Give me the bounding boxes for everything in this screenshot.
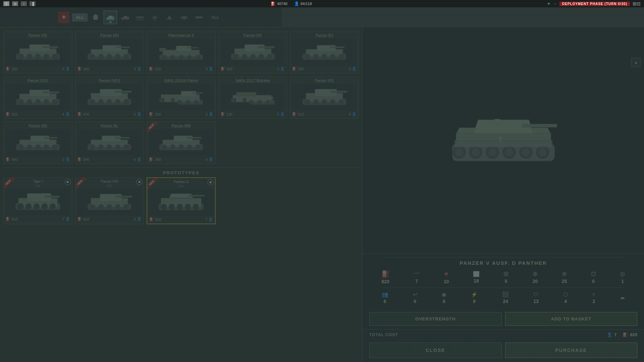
arrow-icon: → xyxy=(553,2,557,6)
resource-troops: 👤 64/118 xyxy=(294,1,312,6)
supply-value: 40740 xyxy=(277,2,287,6)
top-bar-right: ☀ → DEPLOYMENT PHASE (TURN 0/30) ⊞⊟ xyxy=(547,1,641,6)
sun-icon: ☀ xyxy=(547,2,550,6)
troops-value: 64/118 xyxy=(301,2,312,6)
deployment-status: DEPLOYMENT PHASE (TURN 0/30) xyxy=(559,2,630,6)
icon-grid[interactable]: ⊞ xyxy=(12,1,18,6)
supply-icon: ⛽ xyxy=(271,1,276,6)
top-bar-icons: $ ⊞ i ▐ xyxy=(3,1,36,6)
top-bar-resources: ⛽ 40740 👤 64/118 xyxy=(271,1,312,6)
icon-info[interactable]: i xyxy=(21,1,27,6)
background-map xyxy=(0,0,644,362)
remove-panther-btn[interactable]: ✕ xyxy=(208,179,214,185)
resource-supply: ⛽ 40740 xyxy=(271,1,287,6)
turn-icons: ⊞⊟ xyxy=(633,1,641,6)
icon-bar[interactable]: ▐ xyxy=(30,1,36,6)
remove-tiger-btn[interactable]: ✕ xyxy=(65,179,71,185)
troops-icon: 👤 xyxy=(294,1,299,6)
top-bar: $ ⊞ i ▐ ⛽ 40740 👤 64/118 ☀ → DEPLOYMENT … xyxy=(0,0,644,7)
icon-dollar[interactable]: $ xyxy=(3,1,9,6)
